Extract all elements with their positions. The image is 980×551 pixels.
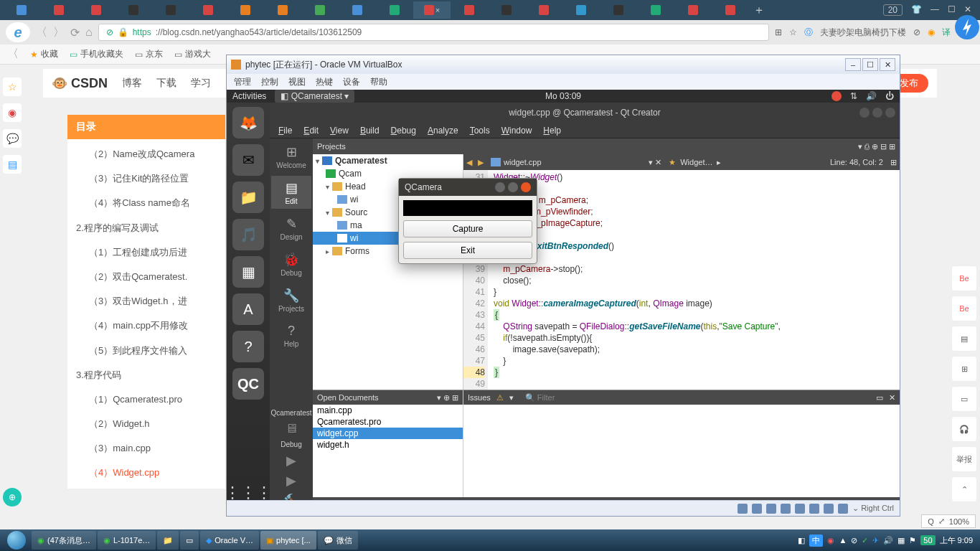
vbox-display-icon[interactable] [809, 504, 819, 514]
build-button[interactable]: 🔨 [283, 493, 299, 500]
browser-tab[interactable] [115, 1, 152, 19]
warning-icon[interactable]: ⚠ [496, 393, 504, 402]
qtc-menu-edit[interactable]: Edit [299, 124, 323, 137]
qtc-menu-debug[interactable]: Debug [387, 124, 420, 137]
qcamera-titlebar[interactable]: QCamera [399, 179, 537, 196]
float-grid-icon[interactable]: ⊞ [951, 356, 977, 382]
launcher-help[interactable]: ? [232, 331, 264, 362]
taskbar-item[interactable]: ▭ [180, 531, 199, 550]
tree-root[interactable]: ▾Qcameratest [313, 154, 463, 167]
vbox-mouse-icon[interactable] [838, 504, 848, 514]
tray-icon[interactable]: 🔊 [883, 536, 893, 545]
side-projects[interactable]: 🔧Projects [271, 283, 311, 316]
launcher-apps-icon[interactable]: ⋮⋮⋮ [232, 477, 264, 500]
qtc-menu-tools[interactable]: Tools [466, 124, 494, 137]
qcam-max[interactable] [508, 182, 518, 192]
browser-logo[interactable]: e [6, 22, 30, 42]
vbox-menu-item[interactable]: 管理 [234, 76, 251, 88]
vbox-disk-icon[interactable] [738, 504, 748, 514]
browser-tab[interactable] [451, 1, 488, 19]
browser-tab[interactable] [712, 1, 749, 19]
clothes-icon[interactable]: 👕 [911, 4, 922, 16]
launcher-firefox[interactable]: 🦊 [232, 107, 264, 138]
launcher-files[interactable]: 📁 [232, 182, 264, 213]
exit-button[interactable]: Exit [403, 242, 532, 259]
code-crumb[interactable]: Widget… [680, 158, 712, 166]
update-indicator-icon[interactable] [831, 91, 842, 101]
nav-blog[interactable]: 博客 [122, 77, 142, 90]
code-nav-back[interactable]: ◀ [463, 158, 475, 167]
qr-icon[interactable]: ⊞ [775, 27, 782, 37]
browser-tab[interactable] [339, 1, 376, 19]
browser-tab[interactable] [40, 1, 77, 19]
side-welcome[interactable]: ⊞Welcome [271, 140, 311, 173]
qcam-close[interactable] [521, 182, 531, 192]
taskbar-clock[interactable]: 上午 9:09 [940, 536, 973, 545]
opendoc-item[interactable]: Qcameratest.pro [313, 416, 463, 428]
forward-button[interactable]: 〉 [53, 25, 65, 40]
vbox-minimize[interactable]: – [845, 58, 861, 71]
bookmark-game[interactable]: ▭ 游戏大 [174, 48, 211, 60]
translate-icon[interactable]: 译 [942, 27, 951, 39]
code-nav-fwd[interactable]: ▶ [475, 158, 486, 167]
taskbar-item[interactable]: 📁 [157, 531, 179, 550]
zoom-indicator[interactable]: Q⤢100% [921, 514, 976, 528]
float-wallet-icon[interactable]: ▭ [951, 386, 977, 412]
filter-input[interactable]: Filter [537, 393, 555, 402]
opendocs-header[interactable]: Open Documents▾ ⊕ ⊞ [313, 390, 463, 405]
browser-tab[interactable] [152, 1, 189, 19]
toc-item[interactable]: 2.程序的编写及调试 [67, 216, 225, 240]
back-button[interactable]: 〈 [36, 25, 47, 40]
browser-tab[interactable] [525, 1, 562, 19]
toc-item[interactable]: （5）到此程序文件输入 [67, 339, 225, 363]
float-bet1[interactable]: Be [951, 265, 977, 291]
browser-tab[interactable] [562, 1, 600, 19]
qtc-menu-file[interactable]: File [274, 124, 296, 137]
ubuntu-clock[interactable]: Mo 03:09 [545, 91, 581, 101]
tray-icon[interactable]: ◧ [798, 536, 805, 545]
opendoc-item[interactable]: widget.h [313, 439, 463, 451]
nav-download[interactable]: 下载 [156, 77, 176, 90]
browser-tab[interactable] [376, 1, 413, 19]
side-help[interactable]: ?Help [271, 319, 311, 352]
vbox-menu-item[interactable]: 热键 [316, 76, 333, 88]
bm-back[interactable]: 〈 [7, 47, 19, 62]
tray-icon[interactable]: ▦ [897, 536, 905, 545]
run-button[interactable]: ▶ [286, 453, 296, 468]
launcher-rhythmbox[interactable]: 🎵 [232, 219, 264, 250]
toc-item[interactable]: （2）Widget.h [67, 412, 225, 436]
launcher-qtcreator[interactable]: QC [232, 368, 264, 400]
vbox-usb-icon[interactable] [781, 504, 791, 514]
qtc-menu-window[interactable]: Window [497, 124, 537, 137]
taskbar-item[interactable]: ◆Oracle V… [200, 531, 259, 550]
taskbar-item-active[interactable]: ▣phytec [... [260, 531, 316, 550]
volume-icon[interactable]: 🔊 [866, 91, 877, 101]
hot-news-link[interactable]: 夫妻吵架电脑椅扔下楼 [820, 27, 906, 39]
issues-close[interactable]: ✕ [889, 393, 895, 402]
qtc-menu-view[interactable]: View [326, 124, 353, 137]
toc-item[interactable]: （1）Qcameratest.pro [67, 387, 225, 412]
kit-label[interactable]: Qcameratest [270, 409, 311, 417]
qtc-menu-help[interactable]: Help [539, 124, 565, 137]
capture-button[interactable]: Capture [403, 220, 532, 237]
network-icon[interactable]: ⇅ [850, 91, 857, 101]
toc-item[interactable]: （4）将Class name命名 [67, 191, 225, 215]
launcher-software[interactable]: A [232, 293, 264, 325]
toc-item[interactable]: （4）main.cpp不用修改 [67, 314, 225, 338]
qcam-min[interactable] [495, 182, 505, 192]
tray-icon[interactable]: ⊘ [851, 536, 857, 545]
browser-tab[interactable] [674, 1, 712, 19]
taskbar-item[interactable]: ◉(47条消息… [32, 531, 96, 550]
toc-item[interactable]: （2）Name改成Qcamera [67, 142, 225, 166]
vbox-menu-item[interactable]: 控制 [261, 76, 278, 88]
home-button[interactable]: ⌂ [85, 26, 93, 39]
side-debug[interactable]: 🐞Debug [271, 248, 311, 281]
refresh-button[interactable]: ⟳ [70, 26, 80, 39]
float-share-icon[interactable]: ⊕ [3, 488, 22, 507]
float-list-icon[interactable]: ▤ [951, 326, 977, 352]
window-minimize[interactable]: — [930, 4, 939, 16]
browser-tab[interactable] [488, 1, 525, 19]
start-button[interactable] [3, 530, 30, 550]
toc-item[interactable]: （3）双击Widget.h，进 [67, 289, 225, 314]
tab-count-badge[interactable]: 20 [883, 4, 903, 16]
